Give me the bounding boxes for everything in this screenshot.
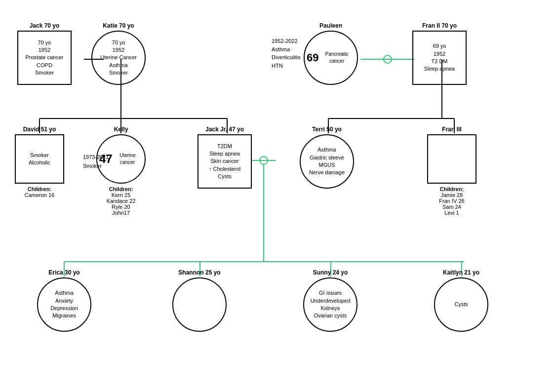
- terri-shape: AsthmaGastric sleeveMGUSNerve damage: [300, 134, 354, 189]
- svg-point-2: [384, 55, 392, 63]
- pauleen-shape: 69 Pancreatic cancer: [304, 31, 358, 85]
- terri-label: Terri 50 yo: [312, 126, 342, 133]
- kelly-children: Children:Kerri 25Kandace 22Ryle 20John17: [107, 186, 136, 216]
- kelly-shape: 47 Uterine cancer: [96, 134, 146, 184]
- kelly-label: Kelly: [114, 126, 128, 133]
- fran2-label: Fran II 70 yo: [422, 22, 457, 29]
- fran3-label: Fran III: [442, 126, 461, 133]
- node-fran2: Fran II 70 yo 69 yo1952T2 DMSleep apnea: [412, 22, 467, 85]
- kaitlyn-label: Kaitlyn 21 yo: [443, 269, 479, 276]
- pedigree-container: Jack 70 yo 70 yo1952Prostate cancerCOPDS…: [0, 0, 554, 392]
- node-katie: Katie 70 yo 70 yo1952Uterine CancerAsthm…: [91, 22, 146, 85]
- david-children: Children:Cameron 16: [25, 186, 55, 198]
- david-shape: SmokerAlcoholic: [15, 134, 64, 184]
- node-pauleen: Pauleen 69 Pancreatic cancer: [304, 22, 358, 85]
- fran2-shape: 69 yo1952T2 DMSleep apnea: [412, 31, 467, 85]
- node-jackjr: Jack Jr. 47 yo T2DMSleep apneaSkin cance…: [198, 126, 252, 189]
- jackjr-shape: T2DMSleep apneaSkin cancer↑ CholesterolC…: [198, 134, 252, 189]
- node-fran3: Fran III Children:Jamie 28Fran IV 26Sam …: [427, 126, 476, 216]
- fran3-children: Children:Jamie 28Fran IV 26Sam 24Levi 1: [439, 186, 464, 216]
- katie-label: Katie 70 yo: [103, 22, 134, 29]
- node-jack: Jack 70 yo 70 yo1952Prostate cancerCOPDS…: [17, 22, 72, 85]
- sunny-label: Sunny 24 yo: [313, 269, 348, 276]
- node-shannon: Shannon 25 yo: [172, 269, 227, 332]
- node-terri: Terri 50 yo AsthmaGastric sleeveMGUSNerv…: [300, 126, 354, 189]
- erica-label: Erica 30 yo: [48, 269, 79, 276]
- jackjr-label: Jack Jr. 47 yo: [205, 126, 244, 133]
- node-sunny: Sunny 24 yo GI issuesUnderdevelopedKidne…: [303, 269, 357, 332]
- node-david: David 51 yo SmokerAlcoholic Children:Cam…: [15, 126, 64, 198]
- svg-point-13: [260, 157, 268, 164]
- kaitlyn-shape: Cysts: [434, 277, 488, 332]
- node-kaitlyn: Kaitlyn 21 yo Cysts: [434, 269, 488, 332]
- node-kelly: Kelly 47 Uterine cancer Children:Kerri 2…: [96, 126, 146, 216]
- jack-label: Jack 70 yo: [30, 22, 60, 29]
- erica-shape: AsthmaAnxietyDepressionMigraines: [37, 277, 91, 332]
- pauleen-subtext: 1952-2022AsthmaDiverticulitisHTN: [272, 37, 301, 70]
- katie-shape: 70 yo1952Uterine CancerAsthmaSmoker: [91, 31, 146, 85]
- pauleen-label: Pauleen: [319, 22, 342, 29]
- node-erica: Erica 30 yo AsthmaAnxietyDepressionMigra…: [37, 269, 91, 332]
- david-label: David 51 yo: [23, 126, 56, 133]
- jack-shape: 70 yo1952Prostate cancerCOPDSmoker: [17, 31, 72, 85]
- shannon-label: Shannon 25 yo: [178, 269, 220, 276]
- fran3-shape: [427, 134, 476, 184]
- sunny-shape: GI issuesUnderdevelopedKidneysOvarian cy…: [303, 277, 357, 332]
- shannon-shape: [172, 277, 227, 332]
